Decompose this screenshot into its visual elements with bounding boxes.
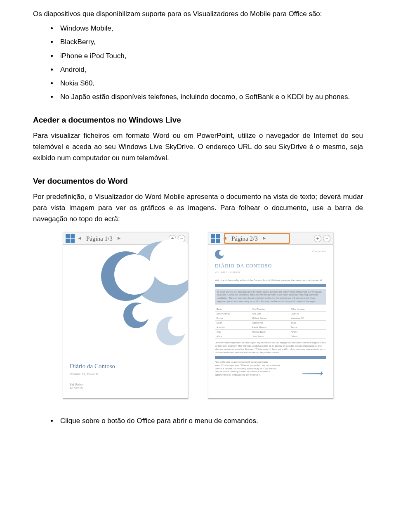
mobile-screenshot-page1: ◄ Página 1/3 ► + − Diário da Contoso Vol… xyxy=(63,232,188,399)
newsletter-table: RegionVice PresidentOffice Location Nort… xyxy=(215,307,326,339)
heading-aceder-windows-live: Aceder a documentos no Windows Live xyxy=(33,114,363,126)
newsletter-heading-band xyxy=(215,284,326,287)
list-item: BlackBerry, xyxy=(58,36,363,47)
newsletter-text: Our new leadership teams in each region … xyxy=(215,341,326,354)
intro-paragraph: Os diapositivos que disponibilizam supor… xyxy=(33,8,363,19)
heading-ver-documentos: Ver documentos do Word xyxy=(33,175,363,187)
document-page-preview: Contoso Ltd. DIÁRIO DA CONTOSO VOLUME 11… xyxy=(208,245,333,398)
section2-body: Por predefinição, o Visualizador do Word… xyxy=(33,191,363,225)
newsletter-arrow-icon xyxy=(297,369,325,378)
newsletter-date: Contoso Ltd. xyxy=(312,250,326,254)
office-logo-icon[interactable] xyxy=(66,234,75,243)
document-title: Diário da Contoso xyxy=(70,361,181,371)
newsletter-title: DIÁRIO DA CONTOSO xyxy=(215,262,326,270)
list-item: iPhone e iPod Touch, xyxy=(58,50,363,61)
list-item: Clique sobre o botão do Office para abri… xyxy=(58,415,363,426)
newsletter-heading-band xyxy=(215,356,326,359)
screenshots-row: ◄ Página 1/3 ► + − Diário da Contoso Vol… xyxy=(33,232,363,399)
section1-body: Para visualizar ficheiros em formato Wor… xyxy=(33,130,363,164)
cover-art xyxy=(70,250,181,353)
prev-page-button[interactable]: ◄ xyxy=(76,234,83,242)
next-page-button[interactable]: ► xyxy=(116,234,123,242)
list-item: Windows Mobile, xyxy=(58,23,363,34)
document-subtitle: Volume 11, Issue 8 xyxy=(70,372,181,377)
page-indicator: Página 2/3 xyxy=(230,234,259,244)
page-indicator: Página 1/3 xyxy=(85,234,114,244)
list-item: No Japão estão disponíveis telefones, in… xyxy=(58,91,363,102)
document-page-preview: Diário da Contoso Volume 11, Issue 8 Baj… xyxy=(63,245,188,398)
zoom-out-button[interactable]: − xyxy=(323,235,330,242)
device-list: Windows Mobile, BlackBerry, iPhone e iPo… xyxy=(33,23,363,102)
newsletter-callout: In order to meet our growing sales deman… xyxy=(215,289,326,305)
newsletter-volume: VOLUME 11, ISSUE 8 xyxy=(215,271,326,275)
zoom-in-button[interactable]: + xyxy=(314,235,321,242)
list-item: Android, xyxy=(58,64,363,75)
footer-instruction-list: Clique sobre o botão do Office para abri… xyxy=(33,415,363,426)
document-author: Baji Bubov4/15/2010 xyxy=(70,383,83,390)
office-logo-icon[interactable] xyxy=(211,234,220,243)
next-page-button[interactable]: ► xyxy=(261,234,268,242)
prev-page-button[interactable]: ◄ xyxy=(222,234,228,242)
newsletter-text: Welcome to the monthly edition of the Co… xyxy=(215,279,326,282)
mobile-screenshot-page2: ◄ Página 2/3 ► + − Contoso Ltd. DIÁRIO D… xyxy=(208,232,333,399)
viewer-nav-bar: ◄ Página 2/3 ► + − xyxy=(208,232,333,245)
newsletter-logo-icon xyxy=(215,250,224,259)
list-item: Nokia S60, xyxy=(58,78,363,89)
